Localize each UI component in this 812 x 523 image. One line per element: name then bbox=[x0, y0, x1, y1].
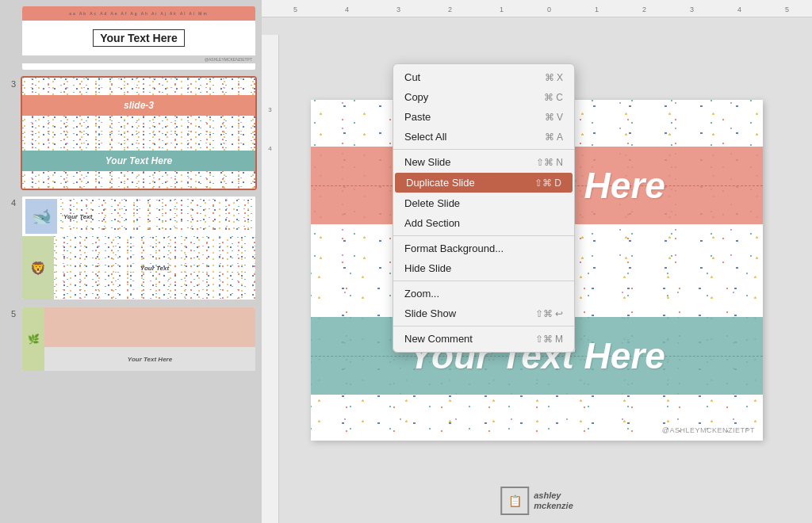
menu-separator-1 bbox=[393, 149, 574, 150]
menu-shortcut-newslide: ⇧⌘ N bbox=[536, 157, 563, 168]
menu-shortcut-newcomment: ⇧⌘ M bbox=[535, 334, 563, 345]
menu-label-addsection: Add Section bbox=[404, 217, 460, 229]
canvas-watermark: @ASHLEYMCKENZIETPT bbox=[662, 426, 755, 434]
slide-thumbnail-5[interactable]: 🌿 Your Text Here bbox=[21, 306, 257, 372]
menu-label-duplicateslide: Duplicate Slide bbox=[406, 177, 475, 189]
ruler-mark-3r: 3 bbox=[690, 6, 694, 13]
logo-area: 📋 ashley mckenzie bbox=[500, 487, 573, 515]
ruler-mark-4l: 4 bbox=[345, 6, 349, 13]
logo-line2: mckenzie bbox=[534, 501, 573, 511]
menu-item-slideshow[interactable]: Slide Show ⇧⌘ ↩ bbox=[393, 303, 574, 323]
menu-separator-2 bbox=[393, 235, 574, 236]
menu-shortcut-paste: ⌘ V bbox=[545, 112, 563, 123]
logo-icon: 📋 bbox=[500, 487, 529, 515]
ruler-mark-2l: 2 bbox=[448, 6, 452, 13]
slide-thumb-3: 3 slide-3 Your Text Here bbox=[5, 76, 257, 190]
slide-thumbnail-3[interactable]: slide-3 Your Text Here bbox=[21, 76, 257, 190]
menu-label-cut: Cut bbox=[404, 71, 420, 83]
menu-item-duplicateslide[interactable]: Duplicate Slide ⇧⌘ D bbox=[395, 173, 573, 193]
menu-item-addsection[interactable]: Add Section bbox=[393, 213, 574, 233]
menu-shortcut-slideshow: ⇧⌘ ↩ bbox=[535, 308, 563, 319]
ruler-mark-5l: 5 bbox=[293, 6, 297, 13]
menu-shortcut-copy: ⌘ C bbox=[544, 92, 563, 103]
menu-label-newslide: New Slide bbox=[404, 156, 451, 168]
menu-label-newcomment: New Comment bbox=[404, 333, 473, 345]
slide-thumb-5: 5 🌿 Your Text Here bbox=[5, 306, 257, 372]
slide-thumbnail-2[interactable]: aa Ab Ac Ad Ae Af Ag Ah Ai Aj Ak Al Al M… bbox=[21, 5, 257, 71]
ruler-left-3: 3 bbox=[268, 106, 271, 113]
logo-text: ashley mckenzie bbox=[534, 491, 573, 511]
ruler-mark-1l: 1 bbox=[500, 6, 504, 13]
menu-label-hideslide: Hide Slide bbox=[404, 262, 451, 274]
main-canvas-area: 5 4 3 2 1 0 1 2 3 4 5 3 4 bbox=[262, 0, 812, 523]
ruler-mark-5r: 5 bbox=[785, 6, 789, 13]
slide5-text: Your Text Here bbox=[128, 356, 172, 363]
menu-item-newslide[interactable]: New Slide ⇧⌘ N bbox=[393, 152, 574, 172]
menu-item-cut[interactable]: Cut ⌘ X bbox=[393, 67, 574, 87]
logo-line1: ashley bbox=[534, 491, 573, 501]
slide3-text-2: Your Text Here bbox=[22, 151, 255, 171]
menu-separator-4 bbox=[393, 326, 574, 326]
menu-label-zoom: Zoom... bbox=[404, 288, 439, 300]
menu-item-zoom[interactable]: Zoom... bbox=[393, 284, 574, 303]
slide2-title: Your Text Here bbox=[93, 29, 185, 47]
slide-panel: aa Ab Ac Ad Ae Af Ag Ah Ai Aj Ak Al Al M… bbox=[0, 0, 262, 523]
slide-number-5: 5 bbox=[5, 306, 16, 319]
menu-shortcut-duplicateslide: ⇧⌘ D bbox=[534, 178, 561, 189]
menu-item-copy[interactable]: Copy ⌘ C bbox=[393, 87, 574, 107]
ruler-top: 5 4 3 2 1 0 1 2 3 4 5 bbox=[262, 0, 812, 17]
menu-label-paste: Paste bbox=[404, 111, 431, 123]
slide-thumbnail-4[interactable]: 🐋 Your Text 🦁 Your Text bbox=[21, 195, 257, 301]
menu-separator-3 bbox=[393, 281, 574, 281]
slide-thumb-4: 4 🐋 Your Text 🦁 bbox=[5, 195, 257, 301]
ruler-mark-1r: 1 bbox=[595, 6, 599, 13]
menu-shortcut-selectall: ⌘ A bbox=[545, 132, 563, 143]
slide2-watermark: @ASHLEYMCKENZIETPT bbox=[205, 57, 252, 62]
menu-item-hideslide[interactable]: Hide Slide bbox=[393, 258, 574, 278]
slide3-text-1: slide-3 bbox=[22, 95, 255, 116]
slide4-text-2: Your Text bbox=[140, 265, 169, 272]
menu-item-deleteslide[interactable]: Delete Slide bbox=[393, 193, 574, 213]
menu-item-selectall[interactable]: Select All ⌘ A bbox=[393, 127, 574, 147]
ruler-mark-2r: 2 bbox=[642, 6, 646, 13]
slide-number-3: 3 bbox=[5, 76, 16, 89]
menu-label-deleteslide: Delete Slide bbox=[404, 197, 460, 209]
menu-shortcut-cut: ⌘ X bbox=[545, 72, 563, 83]
ruler-left-4: 4 bbox=[268, 145, 271, 152]
menu-label-selectall: Select All bbox=[404, 131, 446, 143]
menu-item-paste[interactable]: Paste ⌘ V bbox=[393, 107, 574, 127]
menu-label-formatbg: Format Background... bbox=[404, 242, 504, 254]
ruler-left: 3 4 bbox=[262, 35, 279, 523]
slide4-text-1: Your Text bbox=[63, 213, 92, 220]
slide-number-2 bbox=[5, 5, 16, 8]
menu-label-copy: Copy bbox=[404, 91, 428, 103]
slide-number-4: 4 bbox=[5, 195, 16, 208]
ruler-mark-3l: 3 bbox=[396, 6, 400, 13]
context-menu: Cut ⌘ X Copy ⌘ C Paste ⌘ V Select All ⌘ … bbox=[393, 63, 575, 353]
slide-thumb-2: aa Ab Ac Ad Ae Af Ag Ah Ai Aj Ak Al Al M… bbox=[5, 5, 257, 71]
slide2-top-bar-text: aa Ab Ac Ad Ae Af Ag Ah Ai Aj Ak Al Al M… bbox=[69, 11, 208, 16]
menu-label-slideshow: Slide Show bbox=[404, 307, 456, 319]
menu-item-newcomment[interactable]: New Comment ⇧⌘ M bbox=[393, 329, 574, 349]
menu-item-formatbg[interactable]: Format Background... bbox=[393, 239, 574, 258]
ruler-mark-0: 0 bbox=[547, 6, 551, 13]
ruler-mark-4r: 4 bbox=[737, 6, 741, 13]
